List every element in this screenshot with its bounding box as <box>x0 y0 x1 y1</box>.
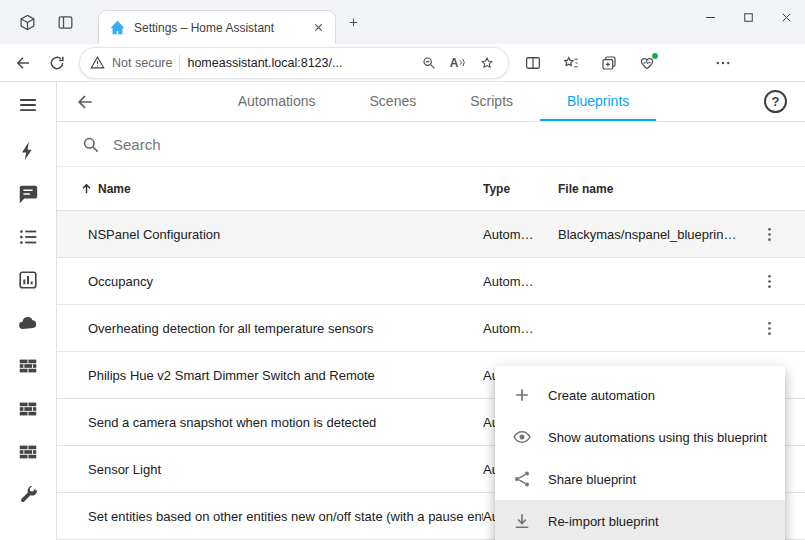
refresh-icon[interactable] <box>40 47 74 79</box>
menu-item-create-automation[interactable]: Create automation <box>495 374 785 416</box>
cloud-icon[interactable] <box>16 311 40 335</box>
menu-item-reimport-blueprint[interactable]: Re-import blueprint <box>495 500 785 540</box>
profile-avatar[interactable] <box>666 47 704 79</box>
row-overflow-menu-icon[interactable] <box>747 225 791 244</box>
favorite-star-icon[interactable] <box>476 52 498 74</box>
column-header-name[interactable]: Name <box>57 181 483 196</box>
maximize-button[interactable] <box>729 0 767 34</box>
address-divider <box>179 55 180 71</box>
window-controls <box>691 0 805 34</box>
ha-sidebar <box>0 82 57 540</box>
tab-scenes[interactable]: Scenes <box>343 82 444 121</box>
url-text: homeassistant.local:8123/... <box>187 56 411 70</box>
table-row[interactable]: Occupancy Autom… <box>57 258 805 305</box>
ha-app-header: Automations Scenes Scripts Blueprints ? <box>57 82 805 122</box>
browser-window: Settings – Home Assistant <box>0 0 805 540</box>
column-header-type[interactable]: Type <box>483 182 558 196</box>
bricks-icon[interactable] <box>16 440 40 464</box>
tab-blueprints[interactable]: Blueprints <box>540 82 656 121</box>
blueprint-context-menu: Create automation Show automations using… <box>495 366 785 540</box>
more-menu-icon[interactable] <box>704 47 742 79</box>
blueprint-tabs: Automations Scenes Scripts Blueprints <box>103 82 764 121</box>
help-icon[interactable]: ? <box>764 90 787 113</box>
eye-icon <box>512 427 532 447</box>
sort-ascending-icon <box>79 181 94 196</box>
search-bar <box>57 122 805 167</box>
security-label: Not secure <box>112 56 172 70</box>
browser-titlebar: Settings – Home Assistant <box>0 0 805 44</box>
tab-close-icon[interactable] <box>307 17 329 39</box>
column-header-file[interactable]: File name <box>558 182 805 196</box>
browser-essentials-icon[interactable] <box>628 47 666 79</box>
table-row[interactable]: NSPanel Configuration Autom… Blackymas/n… <box>57 211 805 258</box>
list-icon[interactable] <box>16 225 40 249</box>
row-overflow-menu-icon[interactable] <box>747 272 791 291</box>
avatar-image <box>673 51 697 75</box>
search-input[interactable] <box>113 136 393 153</box>
home-assistant-favicon <box>109 19 126 36</box>
zoom-out-icon[interactable] <box>418 52 440 74</box>
browser-toolbar: Not secure homeassistant.local:8123/... … <box>0 44 805 82</box>
lightning-icon[interactable] <box>16 139 40 163</box>
chart-icon[interactable] <box>16 268 40 292</box>
minimize-button[interactable] <box>691 0 729 34</box>
search-icon <box>81 135 100 154</box>
tab-title: Settings – Home Assistant <box>134 21 299 35</box>
hamburger-menu-icon[interactable] <box>17 82 39 128</box>
bricks-icon[interactable] <box>16 354 40 378</box>
table-row[interactable]: Overheating detection for all temperatur… <box>57 305 805 352</box>
collections-icon[interactable] <box>590 47 628 79</box>
sidebar-icon-list <box>16 139 40 507</box>
new-tab-button[interactable] <box>336 5 370 39</box>
essentials-status-dot <box>651 52 659 60</box>
back-icon[interactable] <box>6 47 40 79</box>
bricks-icon[interactable] <box>16 397 40 421</box>
browser-tab[interactable]: Settings – Home Assistant <box>98 10 336 44</box>
share-icon <box>512 469 532 489</box>
chat-icon[interactable] <box>16 182 40 206</box>
row-overflow-menu-icon[interactable] <box>747 319 791 338</box>
address-bar[interactable]: Not secure homeassistant.local:8123/... … <box>80 48 508 78</box>
workspaces-icon[interactable] <box>8 5 46 39</box>
split-screen-icon[interactable] <box>514 47 552 79</box>
read-aloud-icon[interactable]: A <box>447 52 469 74</box>
table-header: Name Type File name <box>57 167 805 211</box>
tab-actions-icon[interactable] <box>46 5 84 39</box>
close-button[interactable] <box>767 0 805 34</box>
tab-automations[interactable]: Automations <box>211 82 343 121</box>
favorites-icon[interactable] <box>552 47 590 79</box>
plus-icon <box>512 385 532 405</box>
not-secure-warning-icon[interactable] <box>90 55 105 70</box>
menu-item-share-blueprint[interactable]: Share blueprint <box>495 458 785 500</box>
download-icon <box>512 511 532 531</box>
tab-scripts[interactable]: Scripts <box>443 82 540 121</box>
home-assistant-app: Automations Scenes Scripts Blueprints ? … <box>0 82 805 540</box>
back-arrow-icon[interactable] <box>75 92 103 112</box>
menu-item-show-automations[interactable]: Show automations using this blueprint <box>495 416 785 458</box>
wrench-icon[interactable] <box>16 483 40 507</box>
